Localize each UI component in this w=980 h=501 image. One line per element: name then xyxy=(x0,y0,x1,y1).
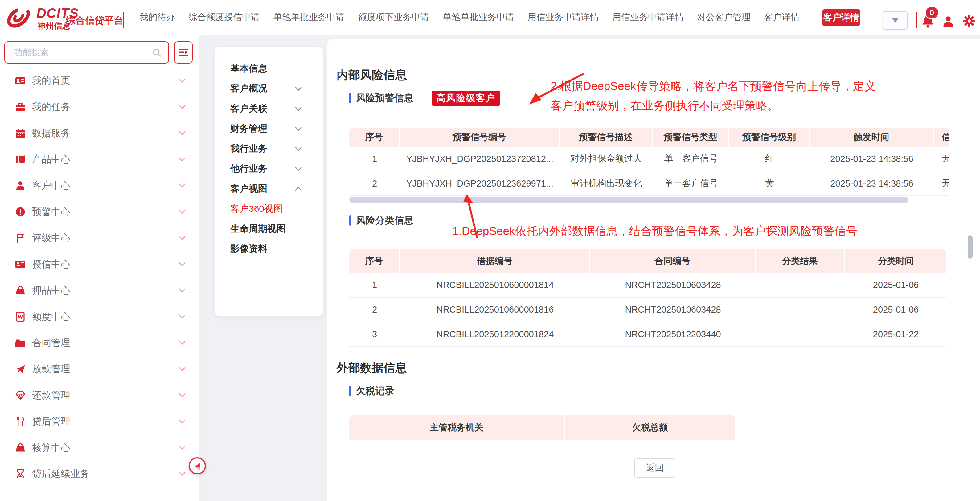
chevron-down-icon xyxy=(892,18,899,22)
platform-title: 综合信贷平台 xyxy=(66,14,123,27)
table-cell: NRCBILL2025010600001814 xyxy=(400,273,590,297)
sidebar-item-13[interactable]: 贷后管理 xyxy=(0,408,199,434)
back-button[interactable]: 返回 xyxy=(634,458,675,477)
nav-divider xyxy=(916,12,917,28)
folder-icon xyxy=(15,337,26,348)
sidebar-item-label: 评级中心 xyxy=(32,232,70,245)
sidebar-item-12[interactable]: 还款管理 xyxy=(0,382,199,408)
menu-toggle-button[interactable] xyxy=(174,41,192,64)
nav-tab-6[interactable]: 用信业务申请详情 xyxy=(612,11,684,24)
sidebar-item-15[interactable]: 贷后延续业务 xyxy=(0,461,199,487)
sidebar-item-label: 授信中心 xyxy=(32,258,70,271)
internal-risk-title: 内部风险信息 xyxy=(337,67,407,83)
table-row: 1NRCBILL2025010600001814NRCHT20250106034… xyxy=(349,273,947,297)
sidebar-item-0[interactable]: 我的首页 xyxy=(0,67,199,94)
table-header-row: 序号借据编号合同编号分类结果分类时间 xyxy=(349,249,947,273)
table-row: 3NRCBILL2025012200001824NRCHT20250122034… xyxy=(349,322,947,347)
submenu-item-5[interactable]: 他行业务 xyxy=(215,159,323,179)
annotation-note-2: 2.根据DeepSeek传导策略，将客户名下预警信号向上传导，定义 客户预警级别… xyxy=(550,76,876,115)
table-horizontal-scrollbar[interactable] xyxy=(349,197,908,203)
submenu-item-7[interactable]: 客户360视图 xyxy=(215,199,323,219)
idcard-icon xyxy=(15,75,26,86)
chevron-down-icon xyxy=(178,208,186,216)
submenu-item-label: 基本信息 xyxy=(230,62,267,75)
sidebar-item-14[interactable]: 核算中心 xyxy=(0,434,199,461)
chevron-down-icon xyxy=(178,129,186,137)
table-cell: NRCBILL2025010600001816 xyxy=(400,297,590,321)
sidebar-item-2[interactable]: 数据服务 xyxy=(0,120,199,146)
search-input[interactable] xyxy=(5,42,168,63)
sidebar-item-6[interactable]: 评级中心 xyxy=(0,225,199,251)
submenu-item-label: 客户概况 xyxy=(230,82,267,95)
submenu-item-label: 他行业务 xyxy=(230,162,267,175)
chevron-down-icon xyxy=(178,417,186,425)
nav-dropdown-button[interactable] xyxy=(883,11,908,30)
sidebar-item-5[interactable]: 预警中心 xyxy=(0,199,199,225)
sidebar-scrollbar[interactable] xyxy=(199,35,202,501)
sidebar-item-3[interactable]: 产品中心 xyxy=(0,146,199,172)
submenu-item-label: 生命周期视图 xyxy=(230,223,286,235)
risk-warning-section-title: 风险预警信息 xyxy=(349,92,414,105)
customer-submenu-list: 基本信息客户概况客户关联财务管理我行业务他行业务客户视图客户360视图生命周期视… xyxy=(215,59,323,259)
table-cell: 3 xyxy=(349,322,400,346)
user-icon[interactable] xyxy=(942,15,955,29)
risk-classification-section-title: 风险分类信息 xyxy=(349,214,414,227)
bag-icon xyxy=(15,285,26,296)
sidebar-item-7[interactable]: 授信中心 xyxy=(0,251,199,277)
page-scrollbar-thumb[interactable] xyxy=(968,235,973,259)
top-nav: DCITS 神州信息 综合信贷平台 我的待办综合额度授信申请单笔单批业务申请额度… xyxy=(0,0,980,35)
dcits-logo-icon xyxy=(4,4,33,31)
person-icon xyxy=(15,180,26,191)
nav-tab-4[interactable]: 单笔单批业务申请 xyxy=(443,11,514,24)
sidebar-item-10[interactable]: 合同管理 xyxy=(0,329,199,356)
sidebar-item-label: 还款管理 xyxy=(32,389,70,402)
table-header-cell: 合同编号 xyxy=(590,249,756,273)
nav-tab-5[interactable]: 用信业务申请详情 xyxy=(527,11,599,24)
sidebar-item-9[interactable]: 额度中心 xyxy=(0,303,199,329)
section-bar xyxy=(349,386,351,396)
table-header-cell: 序号 xyxy=(349,249,400,273)
submenu-item-label: 我行业务 xyxy=(230,142,267,155)
nav-tab-active[interactable]: 客户详情 xyxy=(822,9,860,26)
table-cell: 审计机构出现变化 xyxy=(560,172,652,196)
chevron-down-icon xyxy=(178,444,186,452)
sidebar-item-label: 核算中心 xyxy=(32,441,70,454)
nav-tab-0[interactable]: 我的待办 xyxy=(139,11,175,24)
submenu-item-label: 影像资料 xyxy=(230,243,267,255)
table-header-cell: 预警信号描述 xyxy=(560,128,652,147)
submenu-item-8[interactable]: 生命周期视图 xyxy=(215,219,323,239)
logo-divider xyxy=(123,12,124,28)
chevron-down-icon xyxy=(294,105,302,113)
sidebar-item-8[interactable]: 押品中心 xyxy=(0,277,199,303)
table-header-cell: 分类结果 xyxy=(756,249,845,273)
settings-gear-icon[interactable] xyxy=(963,14,976,28)
table-cell: 红 xyxy=(729,147,810,171)
idcard-icon xyxy=(15,259,26,270)
submenu-item-3[interactable]: 财务管理 xyxy=(215,119,323,139)
table-header-cell: 预警信号类型 xyxy=(652,128,729,147)
nav-tab-3[interactable]: 额度项下业务申请 xyxy=(358,11,430,24)
menu-icon xyxy=(178,48,189,57)
table-cell: 2 xyxy=(349,297,400,321)
nav-tab-8[interactable]: 客户详情 xyxy=(764,11,800,24)
nav-tab-2[interactable]: 单笔单批业务申请 xyxy=(273,11,345,24)
submenu-item-9[interactable]: 影像资料 xyxy=(215,239,323,259)
notifications-button[interactable]: 0 xyxy=(921,6,940,29)
table-header-row: 序号预警信号编号预警信号描述预警信号类型预警信号级别触发时间信 xyxy=(349,128,949,147)
submenu-item-0[interactable]: 基本信息 xyxy=(215,59,323,79)
table-header-cell: 分类时间 xyxy=(845,249,947,273)
submenu-item-6[interactable]: 客户视图 xyxy=(215,179,323,199)
table-header-cell: 借据编号 xyxy=(400,249,590,273)
sidebar-item-11[interactable]: 放款管理 xyxy=(0,356,199,382)
submenu-item-2[interactable]: 客户关联 xyxy=(215,99,323,119)
sidebar-item-4[interactable]: 客户中心 xyxy=(0,172,199,199)
nav-tab-1[interactable]: 综合额度授信申请 xyxy=(188,11,260,24)
submenu-item-4[interactable]: 我行业务 xyxy=(215,139,323,159)
table-header-cell: 信 xyxy=(934,128,949,147)
submenu-item-1[interactable]: 客户概况 xyxy=(215,79,323,99)
sidebar-collapse-button[interactable] xyxy=(189,457,206,474)
table-cell: NRCHT2025010603428 xyxy=(590,297,756,321)
nav-tab-7[interactable]: 对公客户管理 xyxy=(697,11,751,24)
sidebar-item-1[interactable]: 我的任务 xyxy=(0,94,199,120)
sidebar-menu: 我的首页我的任务数据服务产品中心客户中心预警中心评级中心授信中心押品中心额度中心… xyxy=(0,67,199,487)
